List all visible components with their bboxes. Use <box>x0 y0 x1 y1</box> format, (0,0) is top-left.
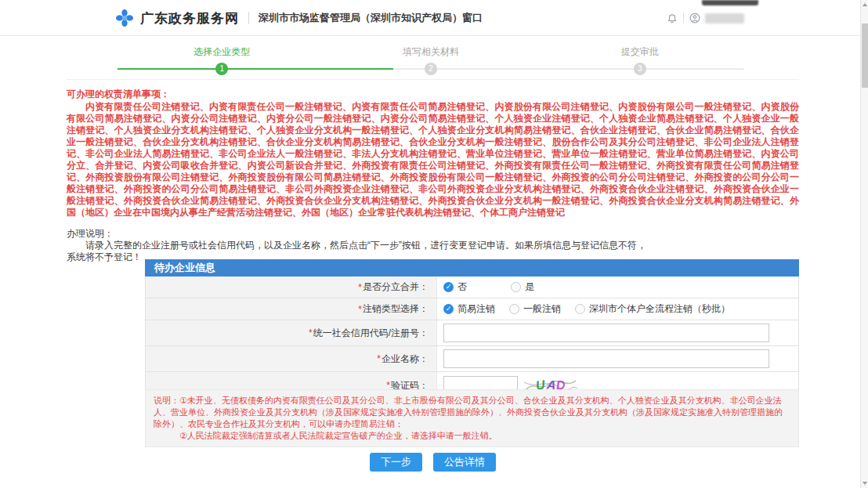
step-1-circle: 1 <box>215 63 228 75</box>
step-3-label: 提交审批 <box>535 45 744 59</box>
company-name-input[interactable] <box>443 349 769 368</box>
radio-unchecked-icon <box>509 304 519 314</box>
form-row-credit-code: * 统一社会信用代码/注册号： <box>146 320 798 346</box>
required-asterisk: * <box>358 304 362 315</box>
permitted-items-notice: 可办理的权责清单事项： 内资有限责任公司注销登记、内资有限责任公司一般注销登记、… <box>67 88 799 219</box>
radio-checked-icon <box>443 282 454 292</box>
section-divider <box>67 79 799 80</box>
header: 广东政务服务网 深圳市市场监督管理局（深圳市知识产权局）窗口 <box>0 0 868 36</box>
form-row-split-merge: * 是否分立合并： 否 是 <box>146 277 798 298</box>
company-name-label: 企业名称： <box>382 352 429 366</box>
radio-simple-cancellation[interactable]: 简易注销 <box>443 302 495 316</box>
announcement-detail-button[interactable]: 公告详情 <box>433 453 496 472</box>
scroll-thumb[interactable] <box>862 23 868 88</box>
required-asterisk: * <box>377 353 381 364</box>
icon-divider <box>683 13 684 23</box>
action-bar: 下一步 公告详情 <box>67 453 799 472</box>
radio-sole-trader-full-process-cancellation[interactable]: 深圳市个体户全流程注销（秒批） <box>575 302 730 316</box>
form-row-company-name: * 企业名称： <box>146 346 798 372</box>
redacted-overlay <box>702 0 758 5</box>
step-3-circle: 3 <box>634 63 646 75</box>
radio-unchecked-icon <box>575 304 585 314</box>
credit-code-input[interactable] <box>443 324 769 342</box>
radio-general-cancellation[interactable]: 一般注销 <box>509 302 561 316</box>
eligibility-notes: 说明：①未开业、无债权债务的内资有限责任公司及其分公司、非上市股份有限公司及其分… <box>145 389 799 447</box>
title-divider <box>248 12 249 24</box>
notes-line-1: 说明：①未开业、无债权债务的内资有限责任公司及其分公司、非上市股份有限公司及其分… <box>154 395 790 430</box>
step-1-label: 选择企业类型 <box>118 45 327 59</box>
step-line-progress <box>118 68 393 70</box>
cancel-type-label: 注销类型选择： <box>363 302 429 316</box>
page: { "header": { "site_title": "广东政务服务网", "… <box>0 0 868 488</box>
radio-split-merge-no[interactable]: 否 <box>443 280 467 294</box>
radio-split-merge-yes[interactable]: 是 <box>511 280 534 294</box>
scroll-down-icon[interactable] <box>863 482 867 485</box>
form-row-cancel-type: * 注销类型选择： 简易注销 一般注销 深圳市个体户全流程注销（秒批） <box>146 298 798 320</box>
scrollbar-track[interactable] <box>860 0 868 488</box>
notice-body: 内资有限责任公司注销登记、内资有限责任公司一般注销登记、内资有限责任公司简易注销… <box>67 101 799 219</box>
process-line-1: 请录入完整的企业注册号或社会信用代码，以及企业名称，然后点击“下一步”按钮，进行… <box>67 240 799 251</box>
process-heading: 办理说明： <box>67 228 799 240</box>
bell-icon[interactable] <box>667 13 678 23</box>
credit-code-label: 统一社会信用代码/注册号： <box>313 327 429 340</box>
company-info-form: * 是否分立合并： 否 是 * 注销类型选择： 简易注销 <box>145 277 799 399</box>
split-merge-label: 是否分立合并： <box>363 280 429 294</box>
radio-unchecked-icon <box>511 282 521 292</box>
section-header-pending-company-info: 待办企业信息 <box>145 259 799 277</box>
org-window-title: 深圳市市场监督管理局（深圳市知识产权局）窗口 <box>259 11 483 25</box>
required-asterisk: * <box>358 282 362 293</box>
required-asterisk: * <box>309 327 313 338</box>
redacted-username[interactable] <box>705 13 744 23</box>
step-2-label: 填写相关材料 <box>327 45 536 59</box>
site-title: 广东政务服务网 <box>140 9 239 27</box>
scroll-up-icon[interactable] <box>863 3 867 6</box>
step-2-circle: 2 <box>425 63 437 75</box>
user-account-icon[interactable] <box>689 13 700 23</box>
next-step-button[interactable]: 下一步 <box>370 453 422 472</box>
radio-checked-icon <box>443 304 454 314</box>
notice-heading: 可办理的权责清单事项： <box>67 88 799 100</box>
notes-line-2: ②人民法院裁定强制清算或者人民法院裁定宣告破产的企业，请选择申请一般注销。 <box>154 430 790 442</box>
step-indicator: 选择企业类型 填写相关材料 提交审批 1 2 3 <box>118 45 744 78</box>
site-logo-flower-icon <box>116 9 133 27</box>
process-instructions: 办理说明： 请录入完整的企业注册号或社会信用代码，以及企业名称，然后点击“下一步… <box>67 228 799 263</box>
